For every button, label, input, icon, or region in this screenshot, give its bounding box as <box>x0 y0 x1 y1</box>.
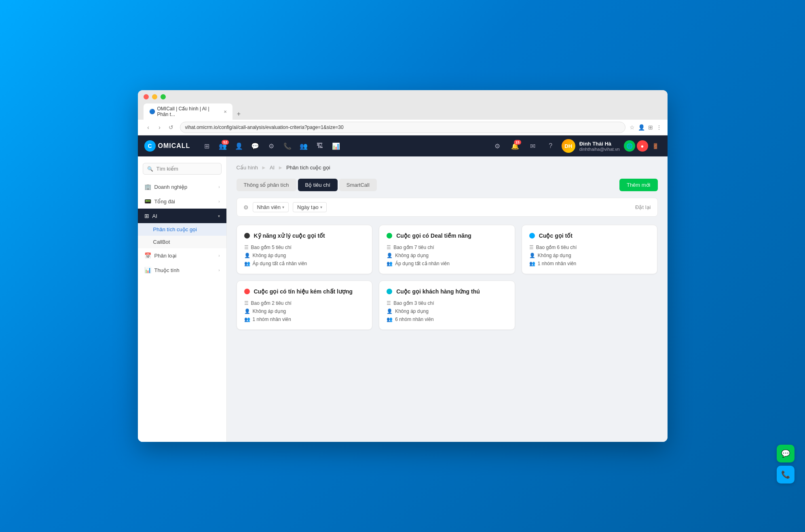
maximize-traffic-light[interactable] <box>161 94 166 99</box>
sidebar-item-tong-dai[interactable]: 📟 Tổng đài › <box>138 194 226 209</box>
breadcrumb-item-1: Cấu hình <box>237 165 258 171</box>
group-icon: 👥 <box>387 317 393 322</box>
card-item[interactable]: Cuộc gọi có Deal tiềm năng ☰ Bao gồm 7 t… <box>379 225 515 274</box>
user-icon: 👤 <box>387 308 393 314</box>
group-icon: 👥 <box>244 261 250 266</box>
breadcrumb-sep-2: ► <box>278 165 283 171</box>
search-box[interactable]: 🔍 <box>143 163 222 175</box>
card-item[interactable]: Cuộc gọi có tín hiệu kém chất lượng ☰ Ba… <box>237 281 373 330</box>
sidebar-item-label: AI <box>152 213 157 219</box>
card-item[interactable]: Cuộc gọi khách hàng hứng thú ☰ Bao gồm 3… <box>379 281 515 330</box>
card-criteria-row: ☰ Bao gồm 2 tiêu chí <box>244 300 365 306</box>
sidebar-sub-item-callbot[interactable]: CallBot <box>138 236 226 248</box>
card-apply-user: Không áp dụng <box>395 253 429 258</box>
menu-icon[interactable]: ⋮ <box>656 124 662 131</box>
chevron-down-icon: ▾ <box>320 205 322 209</box>
card-meta: ☰ Bao gồm 2 tiêu chí 👤 Không áp dụng 👥 1… <box>244 300 365 322</box>
sidebar-sub-item-phan-tich[interactable]: Phân tích cuộc gọi <box>138 223 226 236</box>
sidebar-item-doanh-nghiep[interactable]: 🏢 Doanh nghiệp › <box>138 179 226 194</box>
tab-bo-tieu-chi[interactable]: Bộ tiêu chí <box>298 179 338 191</box>
filter-dropdown-nhan-vien[interactable]: Nhân viên ▾ <box>253 202 289 212</box>
red-action-icon[interactable]: ● <box>637 140 648 152</box>
card-header: Cuộc gọi tốt <box>529 232 650 239</box>
card-meta: ☰ Bao gồm 6 tiêu chí 👤 Không áp dụng 👥 1… <box>529 245 650 266</box>
filter-ngay-tao-label: Ngày tạo <box>297 204 319 210</box>
nav-badge-icon[interactable]: 👥 52 <box>216 139 230 153</box>
forward-button[interactable]: › <box>155 122 165 132</box>
sidebar-item-phan-loai[interactable]: 📅 Phân loại › <box>138 248 226 263</box>
filter-dropdown-ngay-tao[interactable]: Ngày tạo ▾ <box>293 202 327 212</box>
logo-text: OMICALL <box>158 142 190 150</box>
refresh-button[interactable]: ↺ <box>166 122 176 132</box>
right-nav: ⚙ 🔔 15 ✉ ? DH Đinh Thái Hà dinhthaiha@vi… <box>490 139 661 153</box>
new-tab-button[interactable]: + <box>233 108 245 120</box>
card-dot-icon <box>387 233 392 239</box>
help-icon[interactable]: ? <box>544 139 558 153</box>
address-input[interactable] <box>180 122 625 133</box>
back-button[interactable]: ‹ <box>144 122 153 132</box>
card-apply-group: 1 nhóm nhân viên <box>253 317 291 322</box>
close-traffic-light[interactable] <box>144 94 149 99</box>
nav-users-icon[interactable]: 👥 <box>297 139 311 153</box>
chevron-down-icon: ▾ <box>282 205 284 209</box>
nav-user-icon[interactable]: 👤 <box>232 139 246 153</box>
card-group-row: 👥 Áp dụng tất cả nhân viên <box>244 261 365 266</box>
nav-phone-icon[interactable]: 📞 <box>281 139 294 153</box>
card-group-row: 👥 1 nhóm nhân viên <box>244 317 365 322</box>
sub-item-label: Phân tích cuộc gọi <box>153 226 197 232</box>
card-apply-user: Không áp dụng <box>395 308 429 314</box>
card-criteria-row: ☰ Bao gồm 5 tiêu chí <box>244 245 365 250</box>
card-criteria-count: Bao gồm 5 tiêu chí <box>251 245 292 250</box>
card-title: Cuộc gọi khách hàng hứng thú <box>396 288 480 295</box>
profile-icon[interactable]: 👤 <box>638 124 645 131</box>
chevron-right-icon: › <box>218 185 220 189</box>
tab-title: OMICall | Cấu hình | AI | Phân t... <box>157 106 220 117</box>
card-dot-icon <box>244 289 250 294</box>
mail-icon[interactable]: ✉ <box>526 139 540 153</box>
card-user-row: 👤 Không áp dụng <box>387 253 507 258</box>
nav-settings-icon[interactable]: ⚙ <box>264 139 278 153</box>
card-group-row: 👥 Áp dụng tất cả nhân viên <box>387 261 507 266</box>
bookmark-icon[interactable]: ☆ <box>630 124 635 131</box>
badge-15: 15 <box>514 140 521 145</box>
card-group-row: 👥 6 nhóm nhân viên <box>387 317 507 322</box>
tab-thong-so[interactable]: Thông số phân tích <box>237 179 296 191</box>
add-new-button[interactable]: Thêm mới <box>619 179 658 191</box>
sidebar-item-label: Thuộc tính <box>154 267 180 273</box>
browser-tabs-bar: 🔵 OMICall | Cấu hình | AI | Phân t... ✕ … <box>144 103 662 120</box>
nav-dashboard-icon[interactable]: 📊 <box>329 139 343 153</box>
sidebar-item-left: 📅 Phân loại <box>144 252 177 259</box>
sidebar-item-ai[interactable]: ⊞ AI ▾ <box>138 209 226 223</box>
tab-close-icon[interactable]: ✕ <box>224 110 227 114</box>
minimize-traffic-light[interactable] <box>152 94 157 99</box>
nav-chat-icon[interactable]: 💬 <box>248 139 262 153</box>
card-dot-icon <box>244 233 250 239</box>
card-apply-user: Không áp dụng <box>538 253 571 258</box>
card-meta: ☰ Bao gồm 5 tiêu chí 👤 Không áp dụng 👥 Á… <box>244 245 365 266</box>
search-input[interactable] <box>156 166 217 172</box>
sidebar-item-label: Phân loại <box>154 253 177 259</box>
group-icon: 👥 <box>529 261 535 266</box>
nav-hierarchy-icon[interactable]: 🏗 <box>313 139 327 153</box>
app-container: C OMICALL ⊞ 👥 52 👤 💬 ⚙ 📞 👥 🏗 📊 ⚙ <box>138 135 668 442</box>
card-item[interactable]: Cuộc gọi tốt ☰ Bao gồm 6 tiêu chí 👤 Khôn… <box>522 225 658 274</box>
extensions-icon[interactable]: ⊞ <box>648 124 653 131</box>
card-header: Cuộc gọi có Deal tiềm năng <box>387 232 507 239</box>
chevron-down-icon: ▾ <box>218 214 220 218</box>
browser-tab[interactable]: 🔵 OMICall | Cấu hình | AI | Phân t... ✕ <box>144 103 232 120</box>
tab-smartcall[interactable]: SmartCall <box>339 179 377 191</box>
notifications-icon[interactable]: 🔔 15 <box>508 139 522 153</box>
logout-icon[interactable]: 🚪 <box>650 140 661 152</box>
reset-filter-button[interactable]: Đặt lại <box>635 204 651 210</box>
top-navbar: C OMICALL ⊞ 👥 52 👤 💬 ⚙ 📞 👥 🏗 📊 ⚙ <box>138 135 668 156</box>
card-item[interactable]: Kỹ năng xử lý cuộc gọi tốt ☰ Bao gồm 5 t… <box>237 225 373 274</box>
settings-gear-icon[interactable]: ⚙ <box>490 139 504 153</box>
card-title: Cuộc gọi tốt <box>539 232 573 239</box>
card-user-row: 👤 Không áp dụng <box>244 308 365 314</box>
card-user-row: 👤 Không áp dụng <box>529 253 650 258</box>
user-icon: 👤 <box>387 253 393 258</box>
breadcrumb: Cấu hình ► AI ► Phân tích cuộc gọi <box>237 165 658 171</box>
green-action-icon[interactable]: 🌐 <box>624 140 635 152</box>
sidebar-item-thuoc-tinh[interactable]: 📊 Thuộc tính › <box>138 263 226 277</box>
nav-grid-icon[interactable]: ⊞ <box>200 139 213 153</box>
